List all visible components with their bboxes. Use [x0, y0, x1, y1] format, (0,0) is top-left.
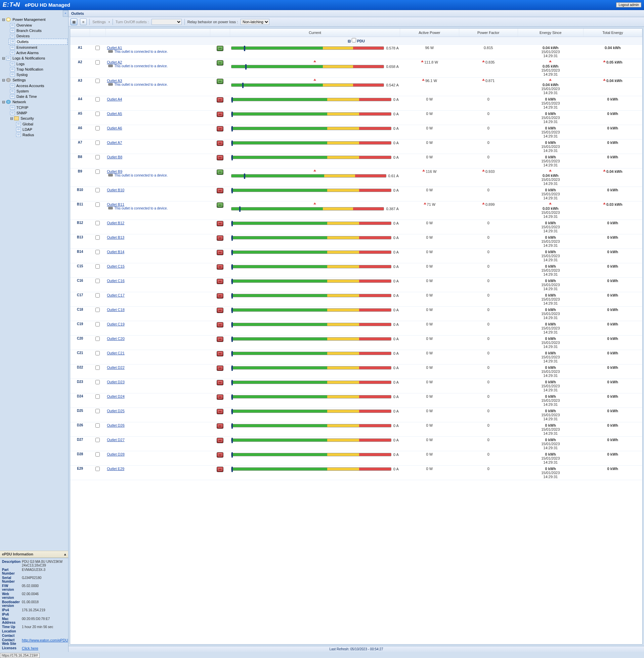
nav-item-trap-notification[interactable]: Trap Notification: [9, 67, 68, 72]
col-ap[interactable]: Active Power: [400, 28, 459, 37]
outlet-check[interactable]: [95, 79, 100, 83]
nav-item-system[interactable]: System: [9, 88, 68, 94]
nav-item-outlets[interactable]: Outlets: [9, 39, 68, 45]
state-icon[interactable]: [217, 97, 223, 103]
outlet-check[interactable]: [95, 250, 100, 254]
outlet-link[interactable]: Outlet B11: [107, 202, 124, 206]
outlet-check[interactable]: [95, 279, 100, 283]
state-icon[interactable]: [217, 351, 223, 356]
turn-onoff-select[interactable]: [152, 19, 182, 25]
outlet-check[interactable]: [95, 322, 100, 327]
outlet-link[interactable]: Outlet B14: [107, 250, 124, 254]
outlet-check[interactable]: [95, 60, 100, 65]
state-icon[interactable]: [217, 279, 223, 284]
outlet-link[interactable]: Outlet A7: [107, 140, 122, 145]
outlet-link[interactable]: Outlet C16: [107, 279, 124, 283]
outlet-check[interactable]: [95, 438, 100, 442]
epdu-info-header[interactable]: ePDU Information ▴: [0, 551, 68, 558]
state-icon[interactable]: [217, 467, 223, 472]
state-icon[interactable]: [217, 452, 223, 458]
state-icon[interactable]: [217, 380, 223, 385]
collapse-sidebar-icon[interactable]: «: [63, 10, 68, 17]
col-current[interactable]: Current: [230, 28, 400, 37]
outlet-link[interactable]: Outlet D24: [107, 394, 124, 398]
nav-item-ldap[interactable]: LDAP: [15, 127, 68, 132]
outlet-link[interactable]: Outlet A6: [107, 126, 122, 130]
state-icon[interactable]: [217, 155, 223, 160]
state-icon[interactable]: [217, 235, 223, 241]
state-icon[interactable]: [217, 308, 223, 313]
state-icon[interactable]: [217, 336, 223, 342]
outlet-link[interactable]: Outlet C15: [107, 264, 124, 268]
col-check[interactable]: [90, 28, 106, 37]
state-icon[interactable]: [217, 423, 223, 429]
outlet-check[interactable]: [95, 336, 100, 341]
nav-settings[interactable]: ⊟ Settings: [1, 77, 68, 83]
outlet-check[interactable]: [95, 46, 100, 50]
outlet-check[interactable]: [95, 366, 100, 370]
outlet-check[interactable]: [95, 423, 100, 428]
col-state[interactable]: [210, 28, 230, 37]
logout-button[interactable]: Logout admin: [616, 2, 641, 7]
state-icon[interactable]: [217, 202, 223, 208]
outlet-link[interactable]: Outlet C20: [107, 336, 124, 341]
outlet-link[interactable]: Outlet D23: [107, 380, 124, 384]
nav-network[interactable]: ⊟ Network: [1, 99, 68, 105]
outlet-check[interactable]: [95, 351, 100, 355]
outlet-link[interactable]: Outlet B13: [107, 235, 124, 239]
outlet-link[interactable]: Outlet B12: [107, 221, 124, 225]
col-name[interactable]: [106, 28, 210, 37]
nav-item-snmp[interactable]: SNMP: [9, 110, 68, 116]
nav-item-date-time[interactable]: Date & Time: [9, 94, 68, 99]
col-id[interactable]: [70, 28, 90, 37]
outlet-check[interactable]: [95, 155, 100, 159]
nav-item-radius[interactable]: Radius: [15, 132, 68, 137]
col-es[interactable]: Energy Since: [518, 28, 583, 37]
state-icon[interactable]: [217, 322, 223, 328]
state-icon[interactable]: [217, 170, 223, 175]
outlet-link[interactable]: Outlet D28: [107, 452, 124, 456]
nav-item-syslog[interactable]: Syslog: [9, 72, 68, 77]
outlet-link[interactable]: Outlet A1: [107, 46, 122, 50]
outlet-link[interactable]: Outlet B9: [107, 170, 122, 174]
view-grid-button[interactable]: ▦: [71, 19, 77, 25]
outlet-check[interactable]: [95, 409, 100, 413]
outlet-check[interactable]: [95, 235, 100, 240]
outlet-link[interactable]: Outlet D25: [107, 409, 124, 413]
outlet-link[interactable]: Outlet E29: [107, 467, 124, 471]
outlet-link[interactable]: Outlet A5: [107, 112, 122, 116]
outlet-check[interactable]: [95, 467, 100, 471]
outlet-link[interactable]: Outlet D27: [107, 438, 124, 442]
nav-item-environment[interactable]: Environment: [9, 45, 68, 50]
state-icon[interactable]: [217, 188, 223, 193]
state-icon[interactable]: [217, 126, 223, 131]
state-icon[interactable]: [217, 438, 223, 443]
outlet-check[interactable]: [95, 202, 100, 207]
outlet-link[interactable]: Outlet B8: [107, 155, 122, 159]
outlet-link[interactable]: Outlet D26: [107, 423, 124, 427]
state-icon[interactable]: [217, 60, 223, 66]
group-check[interactable]: [352, 38, 356, 42]
outlet-check[interactable]: [95, 308, 100, 312]
outlet-check[interactable]: [95, 126, 100, 130]
outlet-link[interactable]: Outlet C18: [107, 308, 124, 312]
outlet-link[interactable]: Outlet A4: [107, 97, 122, 101]
state-icon[interactable]: [217, 140, 223, 146]
nav-item-access-accounts[interactable]: Access Accounts: [9, 83, 68, 88]
state-icon[interactable]: [217, 112, 223, 117]
outlet-link[interactable]: Outlet B10: [107, 188, 124, 192]
licenses-link[interactable]: Click here: [22, 646, 38, 650]
outlet-check[interactable]: [95, 380, 100, 384]
state-icon[interactable]: [217, 366, 223, 371]
outlet-check[interactable]: [95, 140, 100, 145]
outlet-check[interactable]: [95, 293, 100, 298]
relay-select[interactable]: Non-latching: [240, 19, 270, 25]
state-icon[interactable]: [217, 409, 223, 414]
outlet-check[interactable]: [95, 221, 100, 225]
outlet-table-wrap[interactable]: Current Active Power Power Factor Energy…: [70, 28, 643, 644]
nav-item-overview[interactable]: Overview: [9, 23, 68, 28]
outlet-link[interactable]: Outlet A3: [107, 79, 122, 83]
col-pf[interactable]: Power Factor: [459, 28, 518, 37]
nav-item-logs[interactable]: Logs: [9, 61, 68, 67]
outlet-link[interactable]: Outlet C21: [107, 351, 124, 355]
